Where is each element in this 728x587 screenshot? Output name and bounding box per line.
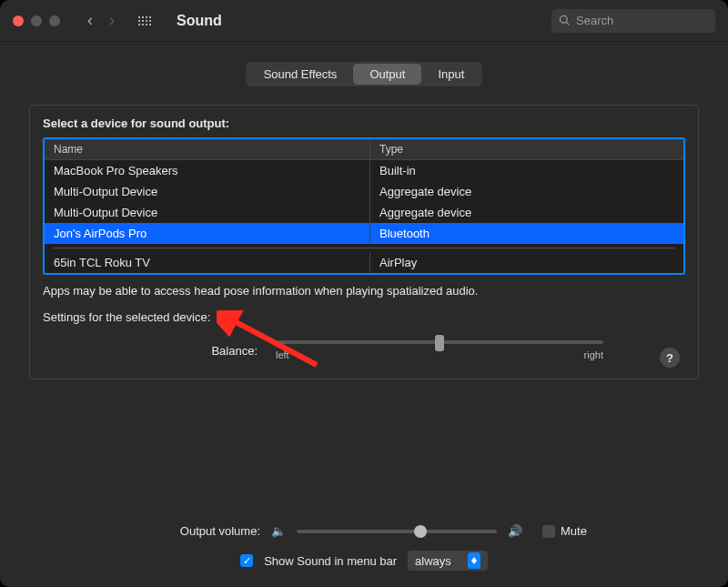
tab-sound-effects[interactable]: Sound Effects xyxy=(248,64,354,85)
search-icon xyxy=(559,15,571,26)
balance-slider[interactable] xyxy=(276,340,603,344)
tab-input[interactable]: Input xyxy=(421,64,480,85)
speaker-low-icon: 🔈 xyxy=(271,524,286,538)
show-in-menubar-label: Show Sound in menu bar xyxy=(264,554,397,568)
device-type: AirPlay xyxy=(370,252,683,273)
device-row[interactable]: MacBook Pro Speakers Built-in xyxy=(45,160,683,181)
table-header: Name Type xyxy=(45,139,683,160)
device-name: Jon's AirPods Pro xyxy=(45,223,370,244)
search-field[interactable]: Search xyxy=(551,9,715,33)
settings-for-device-label: Settings for the selected device: xyxy=(30,298,698,324)
device-type: Built-in xyxy=(370,160,683,181)
device-type: Bluetooth xyxy=(370,223,683,244)
device-row[interactable]: Multi-Output Device Aggregate device xyxy=(45,202,683,223)
output-volume-row: Output volume: 🔈 🔊 Mute xyxy=(29,521,699,541)
mute-control: Mute xyxy=(542,524,587,538)
mute-checkbox[interactable] xyxy=(542,525,555,538)
back-button[interactable]: ‹ xyxy=(87,11,93,30)
output-volume-label: Output volume: xyxy=(42,524,260,538)
select-device-label: Select a device for sound output: xyxy=(30,116,698,137)
balance-label: Balance: xyxy=(43,344,261,358)
device-rows: MacBook Pro Speakers Built-in Multi-Outp… xyxy=(45,160,683,273)
device-name: Multi-Output Device xyxy=(45,181,370,202)
balance-control: Balance: left right xyxy=(30,324,698,364)
device-type: Aggregate device xyxy=(370,181,683,202)
content-area: Sound Effects Output Input Select a devi… xyxy=(0,42,728,587)
close-window-button[interactable] xyxy=(13,15,24,26)
help-button[interactable]: ? xyxy=(660,348,680,368)
window-controls xyxy=(13,15,60,26)
device-name: MacBook Pro Speakers xyxy=(45,160,370,181)
output-volume-knob[interactable] xyxy=(414,525,427,538)
balance-right-label: right xyxy=(584,349,603,360)
sound-preferences-window: ‹ › Sound Search Sound Effects Output In… xyxy=(0,0,728,587)
output-volume-slider[interactable] xyxy=(297,530,497,533)
window-title: Sound xyxy=(177,13,222,29)
device-row[interactable]: Jon's AirPods Pro Bluetooth xyxy=(45,223,683,244)
device-row[interactable]: 65in TCL Roku TV AirPlay xyxy=(45,252,683,273)
search-placeholder: Search xyxy=(576,14,613,27)
select-stepper-icon xyxy=(468,552,480,569)
menubar-select-value: always xyxy=(415,554,451,568)
titlebar: ‹ › Sound Search xyxy=(0,0,728,42)
forward-button[interactable]: › xyxy=(109,11,115,30)
column-name-header[interactable]: Name xyxy=(45,139,370,159)
device-name: 65in TCL Roku TV xyxy=(45,252,370,273)
speaker-high-icon: 🔊 xyxy=(508,524,522,538)
device-name: Multi-Output Device xyxy=(45,202,370,223)
row-separator xyxy=(54,248,674,248)
minimize-window-button[interactable] xyxy=(31,15,42,26)
spatial-audio-note: Apps may be able to access head pose inf… xyxy=(30,275,698,298)
output-panel: Select a device for sound output: Name T… xyxy=(29,105,699,380)
device-type: Aggregate device xyxy=(370,202,683,223)
mute-label: Mute xyxy=(561,524,587,538)
menubar-row: Show Sound in menu bar always xyxy=(29,541,699,571)
column-type-header[interactable]: Type xyxy=(370,139,683,159)
balance-left-label: left xyxy=(276,349,289,360)
nav-arrows: ‹ › xyxy=(87,11,115,30)
show-in-menubar-checkbox[interactable] xyxy=(240,554,253,567)
menubar-visibility-select[interactable]: always xyxy=(408,551,488,571)
tab-bar: Sound Effects Output Input xyxy=(246,62,483,86)
footer: Output volume: 🔈 🔊 Mute Show Sound in me… xyxy=(29,502,699,571)
balance-slider-knob[interactable] xyxy=(435,335,444,351)
show-all-icon[interactable] xyxy=(138,16,151,25)
zoom-window-button[interactable] xyxy=(49,15,60,26)
tab-output[interactable]: Output xyxy=(353,64,421,85)
device-table: Name Type MacBook Pro Speakers Built-in … xyxy=(43,137,685,275)
device-row[interactable]: Multi-Output Device Aggregate device xyxy=(45,181,683,202)
